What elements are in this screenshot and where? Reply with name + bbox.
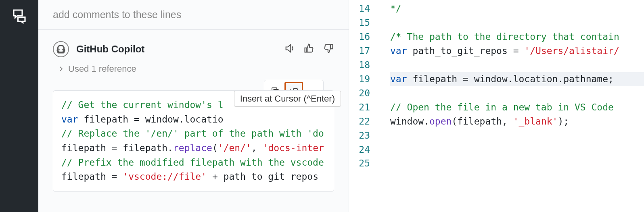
activity-bar <box>0 0 38 212</box>
chat-prompt[interactable]: add comments to these lines <box>38 0 349 30</box>
svg-point-0 <box>59 49 60 50</box>
responder-name: GitHub Copilot <box>76 44 144 55</box>
editor[interactable]: 141516 171819 202122 232425 */ /* The pa… <box>349 0 644 212</box>
references-label: Used 1 reference <box>68 64 136 74</box>
thumbs-down-icon[interactable] <box>323 43 334 56</box>
copilot-avatar-icon <box>53 41 69 57</box>
thumbs-up-icon[interactable] <box>303 43 315 56</box>
editor-content[interactable]: */ /* The path to the directory that con… <box>380 0 644 212</box>
chat-icon[interactable] <box>11 7 28 24</box>
svg-point-1 <box>62 49 63 50</box>
speaker-icon[interactable] <box>284 43 295 56</box>
line-gutter: 141516 171819 202122 232425 <box>349 0 380 212</box>
references-toggle[interactable]: Used 1 reference <box>53 64 334 74</box>
tooltip: Insert at Cursor (^Enter) <box>234 91 341 107</box>
chat-panel: add comments to these lines GitHub Copil… <box>38 0 349 212</box>
chevron-right-icon <box>58 66 64 72</box>
code-toolbar: Insert at Cursor (^Enter) <box>264 80 324 102</box>
chat-response: GitHub Copilot Used 1 reference <box>38 30 349 192</box>
